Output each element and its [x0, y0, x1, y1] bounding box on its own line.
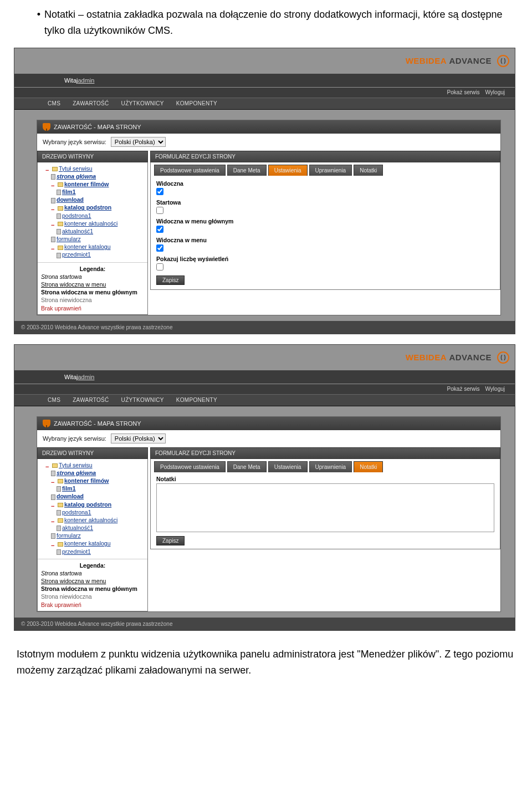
label-start: Startowa: [156, 199, 494, 206]
tree-root[interactable]: Tytuł serwisu: [59, 165, 93, 172]
collapse-icon[interactable]: −: [51, 221, 57, 227]
tree-news1[interactable]: aktualność1: [62, 524, 93, 531]
welcome-user-link[interactable]: admin: [78, 77, 94, 84]
tree-download[interactable]: download: [57, 196, 84, 203]
nav-cms[interactable]: CMS: [48, 397, 60, 403]
check-start[interactable]: [156, 207, 163, 214]
check-visible[interactable]: [156, 188, 163, 195]
brand: WEBIDEA ADVANCE ( ): [406, 55, 509, 67]
tree-subpages[interactable]: katalog podstron: [64, 204, 111, 211]
tab-perms[interactable]: Uprawnienia: [309, 165, 352, 176]
tree-form[interactable]: formularz: [57, 236, 81, 242]
tree-item1[interactable]: przedmiot1: [62, 251, 91, 258]
save-button[interactable]: Zapisz: [156, 276, 185, 285]
tree-sub1[interactable]: podstrona1: [62, 212, 91, 219]
collapse-icon[interactable]: −: [45, 166, 51, 172]
main-panel-header: ZAWARTOŚĆ - MAPA STRONY: [37, 417, 500, 430]
show-site-link[interactable]: Pokaż serwis: [447, 89, 480, 95]
nav-users[interactable]: UŻYTKOWNICY: [121, 100, 164, 106]
folder-icon: [58, 479, 63, 483]
page-icon: [57, 190, 61, 195]
brand-web: WEBIDEA: [406, 353, 447, 362]
check-views[interactable]: [156, 263, 163, 271]
collapse-icon[interactable]: −: [51, 245, 57, 251]
welcome-bar: Witaj admin: [14, 74, 515, 87]
tree-catalog[interactable]: kontener katalogu: [64, 243, 110, 250]
legend-mainmenu: Strona widoczna w menu głównym: [41, 288, 144, 296]
legend: Legenda: Strona startowa Strona widoczna…: [38, 262, 147, 314]
collapse-icon[interactable]: −: [51, 206, 57, 211]
tab-settings[interactable]: Ustawienia: [268, 461, 308, 472]
tree-catalog[interactable]: kontener katalogu: [64, 540, 110, 547]
collapse-icon[interactable]: −: [45, 463, 51, 468]
page-icon: [57, 486, 61, 492]
tab-basic[interactable]: Podstawowe ustawienia: [154, 461, 226, 472]
main-panel-title: ZAWARTOŚĆ - MAPA STRONY: [54, 420, 141, 427]
brand: WEBIDEA ADVANCE ( ): [406, 351, 509, 364]
show-site-link[interactable]: Pokaż serwis: [447, 386, 480, 392]
logout-link[interactable]: Wyloguj: [485, 89, 505, 95]
tab-notes[interactable]: Notatki: [354, 461, 383, 472]
tree-news[interactable]: kontener aktualności: [64, 517, 117, 523]
collapse-icon[interactable]: −: [51, 182, 57, 187]
brand-adv: ADVANCE: [449, 56, 492, 65]
notes-label: Notatki: [156, 476, 494, 482]
nav-content[interactable]: ZAWARTOŚĆ: [73, 397, 109, 403]
screenshot-1: WEBIDEA ADVANCE ( ) Witaj admin Pokaż se…: [14, 48, 515, 334]
legend-menu: Strona widoczna w menu: [41, 280, 144, 288]
notes-textarea[interactable]: [156, 483, 494, 532]
bullet-notatki: • Notatki – ostatnia zakładka pozwala na…: [0, 0, 532, 43]
nav-content[interactable]: ZAWARTOŚĆ: [73, 100, 109, 106]
tree-film1[interactable]: film1: [62, 485, 76, 492]
nav-components[interactable]: KOMPONENTY: [176, 397, 217, 403]
legend-title: Legenda:: [41, 265, 144, 273]
tree-item1[interactable]: przedmiot1: [62, 548, 91, 555]
collapse-icon[interactable]: −: [51, 478, 57, 484]
tree-movies[interactable]: kontener filmów: [64, 181, 109, 187]
lang-label: Wybrany język serwisu:: [43, 139, 106, 145]
tree-form[interactable]: formularz: [57, 532, 81, 539]
legend-mainmenu: Strona widoczna w menu głównym: [41, 585, 144, 593]
tree-subpages[interactable]: katalog podstron: [64, 501, 111, 508]
tree-news[interactable]: kontener aktualności: [64, 220, 117, 227]
tree-film1[interactable]: film1: [62, 188, 76, 195]
tab-notes[interactable]: Notatki: [354, 165, 383, 176]
tree-header: DRZEWO WITRYNY: [37, 151, 148, 162]
logout-link[interactable]: Wyloguj: [485, 386, 505, 392]
welcome-label: Witaj: [64, 374, 78, 380]
legend-hidden: Strona niewidoczna: [41, 593, 144, 600]
legend-hidden: Strona niewidoczna: [41, 296, 144, 304]
folder-icon: [58, 206, 63, 211]
welcome-user-link[interactable]: admin: [78, 374, 94, 380]
tab-perms[interactable]: Uprawnienia: [309, 461, 352, 472]
save-button[interactable]: Zapisz: [156, 536, 185, 545]
check-menu[interactable]: [156, 244, 163, 252]
account-bar: Pokaż serwis Wyloguj: [14, 384, 515, 394]
legend-start: Strona startowa: [41, 273, 144, 280]
tab-basic[interactable]: Podstawowe ustawienia: [154, 165, 226, 176]
page-icon: [51, 237, 55, 242]
tree-root[interactable]: Tytuł serwisu: [59, 462, 93, 468]
form-tabs: Podstawowe ustawienia Dane Meta Ustawien…: [151, 459, 500, 472]
collapse-icon[interactable]: −: [51, 542, 57, 547]
lang-select[interactable]: Polski (Polska): [111, 433, 166, 443]
nav-components[interactable]: KOMPONENTY: [176, 100, 217, 106]
tab-meta[interactable]: Dane Meta: [227, 165, 267, 176]
page-icon: [57, 549, 61, 555]
tab-meta[interactable]: Dane Meta: [227, 461, 267, 472]
collapse-icon[interactable]: −: [51, 502, 57, 508]
brand-logo-icon: ( ): [497, 55, 509, 67]
lang-select[interactable]: Polski (Polska): [111, 137, 166, 147]
tab-settings[interactable]: Ustawienia: [268, 165, 308, 176]
tree-sub1[interactable]: podstrona1: [62, 509, 91, 516]
tree-home[interactable]: strona główna: [57, 173, 96, 180]
tree-news1[interactable]: aktualność1: [62, 228, 93, 234]
nav-users[interactable]: UŻYTKOWNICY: [121, 397, 164, 403]
tree-download[interactable]: download: [57, 493, 84, 499]
nav-cms[interactable]: CMS: [48, 100, 60, 106]
tree-movies[interactable]: kontener filmów: [64, 477, 109, 484]
tree-home[interactable]: strona główna: [57, 470, 96, 476]
check-mainmenu[interactable]: [156, 226, 163, 233]
page-icon: [57, 213, 61, 219]
collapse-icon[interactable]: −: [51, 518, 57, 523]
